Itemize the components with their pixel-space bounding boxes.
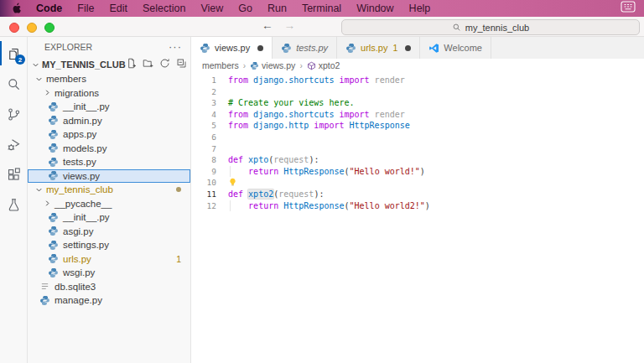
code-line[interactable]: 10 <box>191 177 644 189</box>
window-controls <box>9 23 55 33</box>
collapse-all-icon[interactable] <box>176 57 187 72</box>
menu-item[interactable]: Selection <box>135 3 193 14</box>
tree-item[interactable]: __init__.py <box>28 210 190 225</box>
breadcrumb-item[interactable]: members <box>202 60 239 70</box>
tree-item-label: __init__.py <box>63 212 110 222</box>
breadcrumb-separator: › <box>243 61 246 70</box>
line-number: 12 <box>191 200 216 212</box>
editor-tab[interactable]: Welcome <box>420 37 491 59</box>
tree-item[interactable]: settings.py <box>28 238 190 252</box>
tree-item[interactable]: wsgi.py <box>28 266 190 280</box>
editor-tab[interactable]: tests.py <box>273 37 337 59</box>
sidebar-item-explorer[interactable]: 2 <box>0 39 27 69</box>
code-text: # Create your views here. <box>216 97 355 109</box>
tree-item[interactable]: apps.py <box>28 127 190 142</box>
dirty-dot-icon <box>405 45 411 51</box>
editor-tab[interactable]: urls.py 1 <box>337 37 420 59</box>
line-number: 8 <box>191 154 216 166</box>
code-line[interactable]: 7 <box>191 143 644 155</box>
menu-item[interactable]: Edit <box>101 3 135 14</box>
code-line[interactable]: 11 def xpto2(request): <box>191 189 644 200</box>
editor-tab[interactable]: views.py <box>191 37 273 59</box>
code-editor[interactable]: 1 from django.shortcuts import render 2 … <box>191 72 644 363</box>
menu-item[interactable]: Help <box>402 3 439 14</box>
code-text: return HttpResponse("Hello world2!") <box>216 200 430 212</box>
python-file-icon <box>250 61 259 70</box>
tab-git-badge: 1 <box>393 43 398 53</box>
python-file-icon <box>48 170 59 181</box>
code-line[interactable]: 3 # Create your views here. <box>191 97 644 109</box>
chevron-right-icon <box>43 199 52 208</box>
python-file-icon <box>39 295 50 306</box>
apple-logo-icon[interactable] <box>12 3 23 15</box>
menu-item[interactable]: View <box>193 3 231 14</box>
sidebar-item-source-control[interactable] <box>0 99 27 129</box>
close-window-button[interactable] <box>9 23 19 33</box>
navigate-back-button[interactable]: ← <box>262 19 273 32</box>
vscode-logo-icon <box>428 43 439 54</box>
indent-guide <box>230 200 231 212</box>
menu-item[interactable]: Terminal <box>294 3 349 14</box>
menubar-status-icon[interactable] <box>621 1 636 16</box>
sidebar-item-testing[interactable] <box>0 189 27 220</box>
python-file-icon <box>48 115 59 126</box>
command-center-search[interactable]: my_tennis_club <box>341 19 640 35</box>
tree-item-label: urls.py <box>63 254 91 264</box>
code-line[interactable]: 2 <box>191 86 644 98</box>
tree-item[interactable]: tests.py <box>28 155 190 169</box>
search-icon <box>6 76 22 92</box>
activity-bar: 2 <box>0 37 28 363</box>
sidebar-item-extensions[interactable] <box>0 159 27 189</box>
menu-item[interactable]: File <box>70 3 101 14</box>
code-line[interactable]: 9 return HttpResponse("Hello world!") <box>191 166 644 178</box>
code-line[interactable]: 12 return HttpResponse("Hello world2!") <box>191 200 644 212</box>
breadcrumb-item[interactable]: xpto2 <box>307 60 340 70</box>
code-text: return HttpResponse("Hello world!") <box>216 166 425 178</box>
code-text <box>216 86 228 98</box>
tree-item[interactable]: my_tennis_club <box>28 183 190 197</box>
navigate-forward-button[interactable]: → <box>284 19 296 32</box>
tree-item[interactable]: urls.py 1 <box>28 252 190 267</box>
tree-item[interactable]: models.py <box>28 142 190 156</box>
tree-item[interactable]: __init__.py <box>28 100 190 114</box>
explorer-section-header[interactable]: MY_TENNIS_CLUB <box>28 57 190 72</box>
tree-item[interactable]: db.sqlite3 <box>28 280 190 294</box>
code-line[interactable]: 8 def xpto(request): <box>191 154 644 166</box>
minimize-window-button[interactable] <box>27 23 37 33</box>
tree-item[interactable]: asgi.py <box>28 225 190 239</box>
tree-item[interactable]: migrations <box>28 86 190 101</box>
refresh-icon[interactable] <box>159 57 170 72</box>
tree-item-label: db.sqlite3 <box>55 282 96 292</box>
code-line[interactable]: 6 <box>191 132 644 143</box>
python-file-icon <box>48 101 59 112</box>
testing-beaker-icon <box>6 197 22 213</box>
run-debug-icon <box>6 137 22 153</box>
tree-item[interactable]: admin.py <box>28 114 190 128</box>
menu-item[interactable]: Window <box>349 3 401 14</box>
tree-item[interactable]: __pycache__ <box>28 197 190 211</box>
new-file-icon[interactable] <box>126 57 137 72</box>
more-actions-icon[interactable]: ··· <box>169 43 182 51</box>
code-line[interactable]: 5 from django.http import HttpResponse <box>191 120 644 132</box>
menu-item[interactable]: Go <box>231 3 260 14</box>
sidebar-item-run-debug[interactable] <box>0 129 27 159</box>
database-file-icon <box>39 281 50 292</box>
menu-item[interactable]: Code <box>29 3 70 14</box>
code-line[interactable]: 1 from django.shortcuts import render <box>191 75 644 86</box>
code-text: def xpto(request): <box>216 154 319 166</box>
line-number: 6 <box>191 132 216 143</box>
indent-guide <box>230 166 231 178</box>
tree-item[interactable]: members <box>28 72 190 86</box>
menu-item[interactable]: Run <box>260 3 294 14</box>
tree-item[interactable]: views.py <box>28 169 190 184</box>
search-icon <box>452 23 461 32</box>
new-folder-icon[interactable] <box>143 57 153 72</box>
line-number: 10 <box>191 177 216 189</box>
breadcrumb-item[interactable]: views.py <box>250 60 295 70</box>
window-title-bar: ← → my_tennis_club <box>0 17 644 37</box>
maximize-window-button[interactable] <box>44 23 55 33</box>
python-file-icon <box>48 226 59 236</box>
tree-item[interactable]: manage.py <box>28 293 190 308</box>
code-line[interactable]: 4 from django.shortcuts import render <box>191 109 644 121</box>
sidebar-item-search[interactable] <box>0 69 27 99</box>
